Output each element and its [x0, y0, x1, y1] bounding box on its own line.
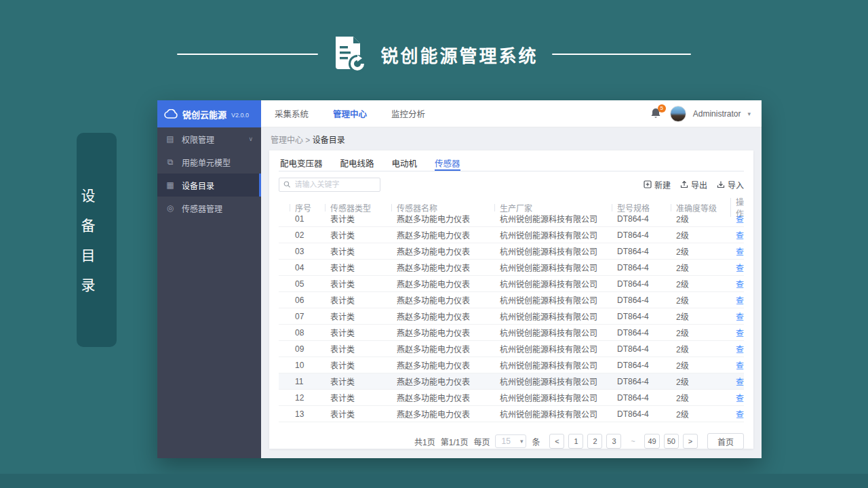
first-page-button[interactable]: 首页 — [707, 433, 744, 449]
view-link[interactable]: 查看 — [736, 229, 744, 241]
cell-manufacturer: 杭州锐创能源科技有限公司 — [494, 359, 612, 371]
export-icon — [680, 180, 688, 188]
cell-model: DT864-4 — [612, 409, 671, 419]
sidebar-item[interactable]: ⧉ 用能单元模型 — [157, 150, 261, 174]
table-row: 03 表计类 燕赵多功能电力仪表 杭州锐创能源科技有限公司 DT864-4 2级… — [279, 243, 744, 260]
main-area: 采集系统 管理中心 监控分析 5 Administrator ▾ — [261, 100, 762, 458]
view-link[interactable]: 查看 — [736, 278, 744, 289]
page-size-select[interactable]: 15 ▾ — [495, 434, 526, 448]
cell-manufacturer: 杭州锐创能源科技有限公司 — [494, 408, 612, 420]
cell-sensor-name: 燕赵多功能电力仪表 — [391, 213, 494, 224]
device-type-tab[interactable]: 配电变压器 — [280, 157, 323, 171]
cloud-icon — [164, 109, 178, 119]
cell-actions: 查看 删除 — [730, 359, 744, 371]
import-button[interactable]: 导入 — [717, 179, 744, 190]
cell-sensor-name: 燕赵多功能电力仪表 — [391, 310, 494, 322]
table-row: 06 表计类 燕赵多功能电力仪表 杭州锐创能源科技有限公司 DT864-4 2级… — [279, 292, 744, 308]
cell-index: 12 — [290, 393, 325, 403]
view-link[interactable]: 查看 — [736, 375, 744, 387]
cell-sensor-name: 燕赵多功能电力仪表 — [391, 229, 494, 241]
sensor-table: 序号 传感器类型 传感器名称 生产厂家 型号规格 准确度等级 操作 — [279, 196, 744, 422]
page-number-button[interactable]: 3 — [606, 434, 621, 449]
cell-manufacturer: 杭州锐创能源科技有限公司 — [494, 213, 612, 224]
table-header-cell: 生产厂家 — [494, 202, 612, 214]
cell-actions: 查看 删除 — [730, 262, 744, 273]
per-page-prefix: 每页 — [473, 436, 490, 447]
sidebar-item-icon: ◎ — [165, 203, 175, 213]
app-window: 锐创云能源 V2.0.0 ▤ 权限管理 ∨ ⧉ 用能单元模型 ▦ — [157, 100, 762, 458]
table-row: 11 表计类 燕赵多功能电力仪表 杭州锐创能源科技有限公司 DT864-4 2级… — [279, 373, 744, 390]
view-link[interactable]: 查看 — [736, 359, 744, 371]
table-row: 12 表计类 燕赵多功能电力仪表 杭州锐创能源科技有限公司 DT864-4 2级… — [279, 390, 744, 406]
cell-actions: 查看 删除 — [730, 245, 744, 257]
sidebar-item[interactable]: ▦ 设备目录 — [157, 174, 261, 197]
cell-sensor-name: 燕赵多功能电力仪表 — [391, 262, 494, 273]
cell-accuracy-grade: 2级 — [671, 229, 730, 241]
cell-actions: 查看 删除 — [730, 327, 744, 338]
cell-model: DT864-4 — [612, 361, 671, 370]
user-menu-caret-icon[interactable]: ▾ — [747, 110, 751, 117]
cell-index: 05 — [290, 279, 325, 289]
view-link[interactable]: 查看 — [736, 327, 744, 338]
background-bottom-band — [0, 474, 868, 488]
cell-manufacturer: 杭州锐创能源科技有限公司 — [494, 262, 612, 273]
page-number-button[interactable]: ~ — [625, 434, 640, 449]
notification-bell-icon[interactable]: 5 — [650, 107, 663, 121]
top-nav-item[interactable]: 管理中心 — [333, 107, 367, 120]
page-number-button[interactable]: 2 — [587, 434, 602, 449]
cell-sensor-type: 表计类 — [325, 310, 391, 322]
cell-model: DT864-4 — [612, 393, 671, 403]
search-icon — [283, 180, 291, 188]
cell-sensor-type: 表计类 — [325, 392, 391, 403]
view-link[interactable]: 查看 — [736, 294, 744, 306]
export-button[interactable]: 导出 — [680, 179, 707, 190]
view-link[interactable]: 查看 — [736, 408, 744, 420]
cell-index: 09 — [290, 344, 325, 354]
cell-actions: 查看 删除 — [730, 294, 744, 306]
breadcrumb-parent[interactable]: 管理中心 — [271, 136, 303, 145]
sidebar-brand: 锐创云能源 V2.0.0 — [157, 100, 261, 127]
table-row: 04 表计类 燕赵多功能电力仪表 杭州锐创能源科技有限公司 DT864-4 2级… — [279, 260, 744, 276]
cell-sensor-name: 燕赵多功能电力仪表 — [391, 408, 494, 420]
cell-model: DT864-4 — [612, 312, 671, 321]
page-number-button[interactable]: 49 — [644, 434, 659, 449]
cell-manufacturer: 杭州锐创能源科技有限公司 — [494, 343, 612, 354]
view-link[interactable]: 查看 — [736, 343, 744, 354]
view-link[interactable]: 查看 — [736, 310, 744, 322]
cell-manufacturer: 杭州锐创能源科技有限公司 — [494, 375, 612, 387]
sidebar-item[interactable]: ▤ 权限管理 ∨ — [157, 127, 261, 150]
cell-index: 03 — [290, 247, 325, 256]
cell-accuracy-grade: 2级 — [671, 408, 730, 420]
new-button[interactable]: 新建 — [644, 179, 671, 190]
view-link[interactable]: 查看 — [736, 392, 744, 403]
view-link[interactable]: 查看 — [736, 262, 744, 273]
cell-sensor-type: 表计类 — [325, 343, 391, 354]
top-nav-item[interactable]: 监控分析 — [391, 107, 425, 120]
device-type-tab[interactable]: 电动机 — [392, 157, 418, 171]
cell-accuracy-grade: 2级 — [671, 310, 730, 322]
cell-index: 07 — [290, 312, 325, 321]
sidebar: 锐创云能源 V2.0.0 ▤ 权限管理 ∨ ⧉ 用能单元模型 ▦ — [157, 100, 261, 458]
new-icon — [644, 180, 652, 188]
page-number-list: 1 2 3 ~ 49 50 — [568, 434, 679, 449]
cell-index: 06 — [290, 296, 325, 305]
cell-accuracy-grade: 2级 — [671, 327, 730, 338]
page-number-button[interactable]: 1 — [568, 434, 583, 449]
search-input[interactable] — [295, 180, 376, 188]
page-number-button[interactable]: 50 — [664, 434, 679, 449]
prev-page-button[interactable]: < — [549, 434, 564, 449]
view-link[interactable]: 查看 — [736, 245, 744, 257]
device-type-tab[interactable]: 传感器 — [435, 157, 460, 171]
next-page-button[interactable]: > — [683, 434, 698, 449]
cell-manufacturer: 杭州锐创能源科技有限公司 — [494, 392, 612, 403]
table-row: 01 表计类 燕赵多功能电力仪表 杭州锐创能源科技有限公司 DT864-4 2级… — [279, 211, 744, 227]
cell-sensor-type: 表计类 — [325, 278, 391, 289]
cell-accuracy-grade: 2级 — [671, 262, 730, 273]
avatar[interactable] — [670, 106, 686, 122]
top-nav-item[interactable]: 采集系统 — [275, 107, 309, 120]
device-type-tab[interactable]: 配电线路 — [340, 157, 374, 171]
import-icon — [717, 180, 725, 188]
cell-model: DT864-4 — [612, 247, 671, 256]
sidebar-item[interactable]: ◎ 传感器管理 — [157, 197, 261, 220]
table-toolbar: 新建 导出 — [279, 173, 744, 196]
